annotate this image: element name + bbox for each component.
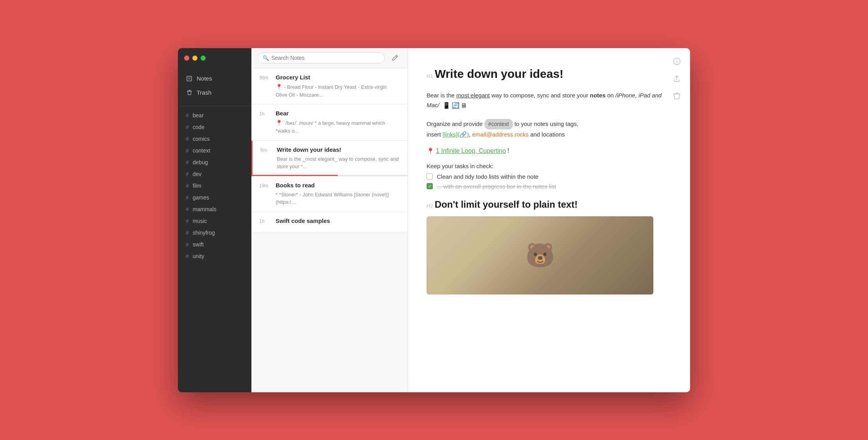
tasks-heading: Keep your tasks in check: [427, 163, 665, 169]
task-checkbox-1[interactable] [427, 173, 433, 180]
search-box[interactable]: 🔍 [258, 52, 385, 63]
links-link[interactable]: [links](🔗) [443, 131, 469, 138]
sync-icon: 🔄 [452, 100, 459, 111]
app-window: Notes Trash # bear # cod [178, 48, 690, 392]
notes-icon [186, 75, 193, 82]
tag-hash-icon: # [186, 159, 189, 165]
tag-hash-icon: # [186, 136, 189, 142]
task-item-1: Clean and tidy todo lists within the not… [427, 173, 665, 180]
location-icon: 📍 [427, 147, 434, 155]
note-item-swift[interactable]: 1h Swift code samples [251, 212, 407, 232]
tag-label: mammals [193, 206, 217, 212]
sidebar-nav: Notes Trash [178, 68, 251, 103]
tag-label: shinyfrog [193, 230, 215, 236]
info-button[interactable] [671, 56, 682, 67]
tag-label: music [193, 218, 207, 224]
editor-paragraph-2: Organize and provide #context to your no… [427, 119, 665, 140]
close-button[interactable] [184, 56, 189, 61]
tag-label: code [193, 124, 204, 130]
sidebar: Notes Trash # bear # cod [178, 48, 251, 392]
note-time: 36m [259, 75, 272, 81]
context-tag-badge[interactable]: #context [484, 119, 513, 130]
tag-item-debug[interactable]: # debug [178, 156, 251, 168]
svg-point-7 [676, 59, 677, 60]
task-item-2: ✓ ... with an overall progress bar in th… [427, 183, 665, 190]
search-input[interactable] [271, 55, 380, 61]
maximize-button[interactable] [201, 56, 206, 61]
delete-button[interactable] [671, 90, 682, 101]
tag-item-games[interactable]: # games [178, 192, 251, 203]
note-header: 36m Grocery List [259, 74, 400, 81]
share-button[interactable] [671, 73, 682, 84]
note-time: 6m [260, 147, 273, 153]
tag-item-code[interactable]: # code [178, 121, 251, 133]
note-item-grocery[interactable]: 36m Grocery List 📍- Bread Flour - Instan… [251, 68, 407, 105]
tag-item-bear[interactable]: # bear [178, 110, 251, 121]
minimize-button[interactable] [192, 56, 197, 61]
tag-item-shinyfrog[interactable]: # shinyfrog [178, 227, 251, 239]
tag-hash-icon: # [186, 230, 189, 236]
task-checkbox-2[interactable]: ✓ [427, 183, 433, 189]
h2-text: Don't limit yourself to plain text! [435, 199, 578, 210]
note-time: 1h [259, 219, 272, 224]
note-item-bear[interactable]: 1h Bear 📍`/beɪ/` /noun/ * a large, heavy… [251, 104, 407, 141]
tag-item-comics[interactable]: # comics [178, 133, 251, 145]
tag-label: film [193, 183, 201, 189]
tag-label: bear [193, 112, 204, 119]
tag-label: debug [193, 159, 208, 165]
tag-label: comics [193, 136, 210, 142]
tag-item-unity[interactable]: # unity [178, 250, 251, 262]
tag-item-film[interactable]: # film [178, 180, 251, 192]
editor-heading-1: H1Write down your ideas! [427, 67, 665, 81]
bear-emoji: 🐻 [525, 241, 555, 269]
mac-icon: 🖥 [461, 100, 467, 111]
tag-item-dev[interactable]: # dev [178, 168, 251, 180]
tag-item-mammals[interactable]: # mammals [178, 203, 251, 215]
note-time: 19m [259, 183, 272, 189]
notes-list: 🔍 36m Grocery List 📍- Bread Flour - Inst… [251, 48, 408, 392]
tag-label: unity [193, 253, 204, 259]
location-link[interactable]: 1 Infinite Loop, Cupertino [436, 147, 506, 154]
h2-label: H2 [427, 203, 433, 209]
tag-label: context [193, 147, 210, 154]
note-preview: Bear is the _most elegant_ way to compos… [260, 155, 400, 171]
note-preview: 📍`/beɪ/` /noun/ * a large, heavy mammal … [259, 119, 400, 135]
note-progress-bar [253, 175, 407, 176]
pin-icon: 📍 [276, 83, 282, 91]
note-title: Grocery List [276, 74, 310, 81]
most-elegant-link[interactable]: most elegant [456, 92, 490, 99]
note-header: 1h Bear [259, 110, 400, 117]
note-title: Bear [276, 110, 289, 117]
tag-item-context[interactable]: # context [178, 145, 251, 156]
notes-header: 🔍 [251, 48, 407, 68]
tag-item-music[interactable]: # music [178, 215, 251, 227]
editor: H1Write down your ideas! Bear is the mos… [408, 48, 690, 392]
tag-label: games [193, 194, 209, 201]
note-item-ideas[interactable]: 6m Write down your ideas! Bear is the _m… [251, 141, 407, 176]
tag-item-swift[interactable]: # swift [178, 239, 251, 250]
notes-bold: notes [590, 92, 606, 99]
sidebar-item-notes[interactable]: Notes [178, 72, 251, 86]
email-link[interactable]: email@address.rocks [472, 131, 529, 138]
trash-icon [186, 89, 193, 96]
note-title: Write down your ideas! [277, 146, 341, 153]
device-icons: 📱 🔄 🖥 [443, 100, 467, 111]
editor-content[interactable]: H1Write down your ideas! Bear is the mos… [408, 48, 690, 392]
sidebar-notes-label: Notes [197, 75, 212, 82]
task-section: Keep your tasks in check: Clean and tidy… [427, 163, 665, 190]
note-title: Books to read [276, 182, 315, 189]
pin-icon: 📍 [276, 119, 282, 127]
sidebar-item-trash[interactable]: Trash [178, 86, 251, 100]
tag-section: # bear # code # comics # context # debug… [178, 110, 251, 392]
tag-label: dev [193, 171, 202, 177]
note-header: 6m Write down your ideas! [260, 146, 400, 153]
editor-heading-2: H2Don't limit yourself to plain text! [427, 199, 665, 210]
note-progress-fill [253, 175, 338, 176]
note-item-books[interactable]: 19m Books to read * *Stoner* - John Edwa… [251, 176, 407, 212]
tag-hash-icon: # [186, 112, 189, 119]
compose-button[interactable] [389, 52, 401, 64]
tag-hash-icon: # [186, 206, 189, 212]
tag-hash-icon: # [186, 253, 189, 259]
note-preview: 📍- Bread Flour - Instant Dry Yeast - Ext… [259, 83, 400, 99]
tag-hash-icon: # [186, 194, 189, 201]
